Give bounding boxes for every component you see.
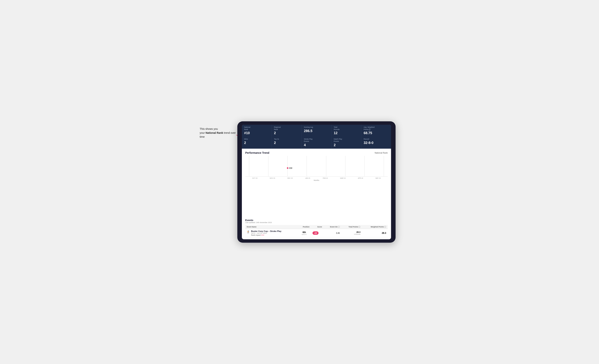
x-label-nov23: NOV 23 [264, 177, 282, 179]
tablet-screen: NationalRank #10 RegionalRank 2 Scoring … [242, 125, 391, 239]
rank-impact: Rank Impact: 3 ▼ [251, 234, 282, 236]
stat-stroke-play-events: Stroke PlayEvents 4 [302, 137, 331, 149]
events-section: Events Last updated: 24th November 2023 … [242, 219, 391, 239]
info-icon-tp: i [359, 226, 360, 228]
data-point-label: #10 [289, 167, 292, 169]
event-sg-cell: 0.45 [323, 229, 341, 237]
x-label-oct23: OCT 23 [246, 177, 264, 179]
data-dot [287, 167, 288, 169]
chart-x-title: Months [245, 179, 388, 181]
vline-8 [384, 156, 384, 176]
stat-national-rank: NationalRank #10 [242, 125, 272, 137]
vline-7 [364, 156, 365, 176]
x-label-jan24: JAN 24 [299, 177, 317, 179]
perf-header: Performance Trend National Rank [245, 151, 388, 154]
event-name-cell: 🏌️ Buster Cozy Cup – Stroke Play Oct 9 –… [245, 229, 297, 237]
chart-area: #10 [245, 156, 388, 177]
x-label-dec23: DEC 23 [281, 177, 299, 179]
x-label-apr24: APR 24 [352, 177, 369, 179]
vline-4 [307, 156, 307, 176]
rank-impact-value: 3 [262, 234, 263, 236]
stat-total-rounds: TotalRounds 12 [332, 125, 361, 137]
total-points-value: 28.3 [343, 231, 360, 233]
data-point-dec23: #10 [287, 167, 292, 169]
th-score: Score [311, 225, 324, 229]
annotation-text: This shows you your National Rank trend … [200, 127, 237, 139]
total-points-cell: 28.3 3 Rounds [341, 229, 362, 237]
event-date: Oct 9 – Oct 10, 2023 [251, 232, 282, 234]
stats-row-2: Wins 2 Top 3s 2 Stroke PlayEvents 4 Matc… [242, 137, 391, 149]
stat-match-play-events: Match PlayEvents 2 [332, 137, 361, 149]
score-badge: -22 [312, 231, 318, 235]
event-name-text: Buster Cozy Cup – Stroke Play [251, 230, 282, 232]
perf-label: National Rank [375, 152, 388, 154]
vline-5 [326, 156, 326, 176]
position-value: 6th [299, 231, 309, 234]
stat-wins: Wins 2 [242, 137, 272, 149]
rank-impact-arrow: ▼ [263, 234, 264, 236]
th-event-name: Event Name [245, 225, 297, 229]
stat-scoring-avg: Scoring Avg. 286.5 [302, 125, 331, 137]
info-icon-wp: i [384, 226, 386, 228]
event-sport-icon: 🏌️ [247, 231, 250, 233]
x-label-may24: MAY 24 [369, 177, 387, 179]
total-points-rounds: 3 Rounds [343, 233, 360, 235]
vline-3 [287, 156, 288, 176]
info-icon-sg: i [338, 226, 340, 228]
perf-title: Performance Trend [245, 151, 269, 154]
chart-x-labels: OCT 23 NOV 23 DEC 23 JAN 24 FEB 24 MAR 2… [245, 177, 388, 179]
th-weighted-points: Weighted Points i [362, 225, 388, 229]
x-label-feb24: FEB 24 [317, 177, 334, 179]
stats-row-1: NationalRank #10 RegionalRank 2 Scoring … [242, 125, 391, 137]
vline-6 [345, 156, 345, 176]
table-row: 🏌️ Buster Cozy Cup – Stroke Play Oct 9 –… [245, 229, 388, 237]
th-event-sg: Event SG i [323, 225, 341, 229]
vline-2 [268, 156, 268, 176]
th-position: Position [297, 225, 311, 229]
score-cell: -22 [311, 229, 324, 237]
events-title: Events [245, 219, 388, 222]
chart-vlines [245, 156, 388, 176]
x-label-mar24: MAR 24 [334, 177, 352, 179]
stat-avg-weighted-points: Avg. WeightedPoints i 68.75 [361, 125, 391, 137]
weighted-points-value: 28.3 [382, 232, 386, 234]
stat-top3s: Top 3s 2 [272, 137, 302, 149]
table-header-row: Event Name Position Score Event SG i Tot… [245, 225, 388, 229]
events-subtitle: Last updated: 24th November 2023 [245, 222, 388, 223]
tablet-device: NationalRank #10 RegionalRank 2 Scoring … [237, 121, 396, 243]
weighted-points-cell: 28.3 [362, 229, 388, 237]
stat-record: Record 32-8-0 [361, 137, 391, 149]
events-table: Event Name Position Score Event SG i Tot… [245, 225, 388, 237]
position-sub: out of 7 [299, 234, 309, 235]
th-total-points: Total Points i [341, 225, 362, 229]
performance-trend-section: Performance Trend National Rank [242, 149, 391, 219]
stat-regional-rank: RegionalRank 2 [272, 125, 302, 137]
position-cell: 6th out of 7 [297, 229, 311, 237]
vline-1 [249, 156, 249, 176]
